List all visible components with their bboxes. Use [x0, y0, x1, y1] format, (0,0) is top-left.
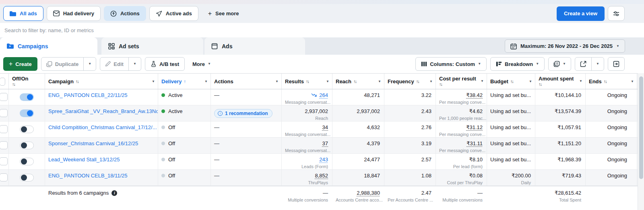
chevron-down-icon: ▼ — [596, 62, 599, 66]
column-menu-caret[interactable]: ▼ — [429, 80, 433, 83]
view-settings-button[interactable] — [608, 6, 625, 21]
edit-split-button: Edit ▼ — [100, 57, 141, 71]
results-value[interactable]: 8,852 — [315, 173, 328, 179]
column-menu-caret[interactable]: ▼ — [579, 79, 582, 83]
row-checkbox-cell — [0, 105, 9, 121]
reports-button[interactable]: ▼ — [549, 58, 571, 70]
column-menu-caret[interactable]: ▼ — [204, 80, 208, 83]
campaign-toggle-off[interactable] — [20, 142, 34, 149]
column-header-campaign[interactable]: Campaign ↑↓ ▼ — [45, 74, 158, 89]
campaign-name-link[interactable]: ENG_ PANTOON CELB_18/11/25 — [48, 173, 128, 179]
sort-icon[interactable]: ↑↓ — [510, 79, 513, 84]
results-value-link[interactable]: 243 — [319, 156, 328, 163]
open-chart-button[interactable] — [608, 57, 625, 71]
delivery-status: Off — [168, 173, 175, 179]
search-input[interactable] — [4, 27, 640, 33]
campaign-name-link[interactable]: Child Compitition_Christmas Carnival_17/… — [48, 124, 157, 130]
campaign-name-link[interactable]: Spree_SaraiGhat _VV_Reach_Brand_Aw.13Nov — [48, 108, 158, 114]
sort-icon[interactable]: ↑↓ — [539, 82, 541, 87]
column-header-reach[interactable]: Reach ↑↓ ▼ — [332, 74, 384, 89]
sort-icon[interactable]: ↑↓ — [306, 79, 309, 84]
row-checkbox[interactable] — [0, 125, 8, 133]
select-all-checkbox[interactable] — [0, 78, 5, 86]
column-header-cost-per-result[interactable]: Cost per result ↑↓ ▼ — [436, 74, 487, 89]
vertical-scrollbar[interactable] — [638, 73, 644, 210]
filter-active-ads[interactable]: Active ads — [149, 6, 198, 21]
column-header-actions[interactable]: Actions ▼ — [211, 74, 282, 89]
create-a-view-button[interactable]: Create a view — [557, 6, 605, 21]
column-header-delivery[interactable]: Delivery ↑ ▼ — [158, 74, 211, 89]
edit-button[interactable]: Edit — [100, 58, 128, 70]
campaign-name-link[interactable]: ENG_ PANTOON CELB_22/11/25 — [48, 92, 128, 98]
see-more-button[interactable]: + See more — [202, 6, 246, 21]
campaign-name-link[interactable]: Lead_Weekend Stall_13/12/25 — [48, 156, 120, 163]
sort-icon[interactable]: ↑↓ — [439, 82, 442, 87]
column-header-budget[interactable]: Budget ↑↓ ▼ — [487, 74, 535, 89]
campaign-toggle-on[interactable] — [20, 109, 34, 117]
ab-test-button[interactable]: A/B test — [145, 57, 185, 71]
campaign-toggle-off[interactable] — [20, 158, 34, 165]
cost-per-result-value[interactable]: ₹31.12 — [466, 124, 483, 130]
campaign-name-link[interactable]: Sponser_Christmas Carnival_16/12/25 — [48, 140, 138, 146]
info-icon[interactable]: i — [111, 190, 117, 196]
sort-icon[interactable]: ↑↓ — [416, 79, 419, 84]
sort-icon[interactable]: ↑↓ — [604, 79, 607, 84]
row-checkbox[interactable] — [0, 173, 8, 181]
row-checkbox[interactable] — [0, 141, 8, 149]
sort-icon[interactable]: ↑↓ — [353, 79, 356, 84]
results-value-link[interactable]: 264 — [319, 92, 328, 98]
column-header-results[interactable]: Results ↑↓ ▼ — [282, 74, 332, 89]
tab-campaigns[interactable]: Campaigns — [0, 37, 97, 55]
duplicate-button[interactable]: Duplicate — [41, 58, 84, 70]
columns-button[interactable]: Columns: Custom ▼ — [415, 57, 487, 71]
duplicate-split-button: Duplicate ▼ — [41, 57, 97, 71]
column-header-off-on[interactable]: Off/On ↑↓ — [9, 74, 45, 89]
filter-had-delivery[interactable]: Had delivery — [47, 6, 101, 21]
filter-all-ads[interactable]: All ads — [3, 6, 43, 21]
edit-menu-caret[interactable]: ▼ — [128, 58, 141, 70]
date-range-button[interactable]: Maximum: 26 Nov 2022 - 26 Dec 2025 ▼ — [505, 39, 625, 53]
column-menu-caret[interactable]: ▼ — [631, 80, 634, 83]
column-header-ends[interactable]: Ends ↑↓ ▼ — [586, 74, 637, 89]
recommendation-icon: ↑ — [218, 111, 223, 116]
sort-asc-icon[interactable]: ↑ — [184, 79, 186, 84]
duplicate-menu-caret[interactable]: ▼ — [83, 58, 96, 70]
campaign-toggle-off[interactable] — [20, 126, 34, 133]
column-menu-caret[interactable]: ▼ — [326, 80, 329, 83]
column-menu-caret[interactable]: ▼ — [378, 80, 381, 83]
results-value[interactable]: 34 — [322, 124, 328, 130]
recommendation-badge[interactable]: ↑ 1 recommendation — [214, 109, 272, 118]
column-menu-caret[interactable]: ▼ — [275, 80, 279, 83]
filter-had-delivery-label: Had delivery — [63, 10, 94, 16]
breakdown-button[interactable]: Breakdown ▼ — [490, 57, 545, 71]
calendar-icon — [510, 43, 517, 49]
ends-value: Ongoing — [607, 173, 627, 179]
export-button[interactable] — [575, 58, 591, 70]
cost-per-result-value[interactable]: ₹38.42 — [466, 92, 483, 98]
scrollbar-thumb[interactable] — [639, 76, 643, 179]
campaign-toggle-on[interactable] — [20, 93, 34, 101]
budget-type-label: Daily — [490, 180, 531, 185]
sort-icon[interactable]: ↑↓ — [76, 79, 78, 84]
column-menu-caret[interactable]: ▼ — [152, 80, 155, 83]
column-menu-caret[interactable]: ▼ — [529, 80, 532, 83]
results-value[interactable]: 37 — [322, 140, 328, 146]
filter-actions[interactable]: Actions — [104, 6, 146, 21]
column-header-frequency[interactable]: Frequency ↑↓ ▼ — [384, 74, 436, 89]
delivery-status: Off — [168, 140, 175, 146]
row-checkbox[interactable] — [0, 109, 8, 117]
summary-reach-value[interactable]: 2,988,380 — [357, 190, 380, 196]
ends-value: Ongoing — [607, 124, 627, 130]
create-button[interactable]: + Create — [3, 57, 37, 71]
tab-ad-sets[interactable]: Ad sets — [101, 37, 203, 55]
tab-ads[interactable]: Ads — [204, 37, 305, 55]
row-checkbox[interactable] — [0, 93, 8, 101]
export-menu-caret[interactable]: ▼ — [591, 58, 604, 70]
more-button[interactable]: More ▼ — [188, 57, 215, 71]
campaign-toggle-off[interactable] — [20, 174, 34, 181]
row-checkbox[interactable] — [0, 157, 8, 165]
column-menu-caret[interactable]: ▼ — [481, 79, 484, 83]
sort-icon[interactable]: ↑↓ — [12, 82, 15, 87]
cost-per-result-value[interactable]: ₹31.11 — [466, 140, 483, 146]
column-header-amount-spent[interactable]: Amount spent ↑↓ ▼ — [535, 74, 586, 89]
